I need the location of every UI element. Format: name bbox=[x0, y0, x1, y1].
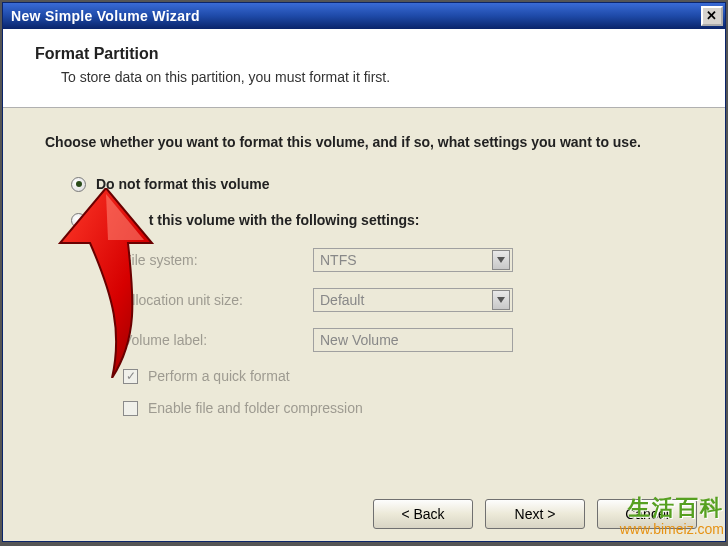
radio-icon bbox=[71, 177, 86, 192]
option-do-not-format[interactable]: Do not format this volume bbox=[71, 176, 683, 192]
option-label: Do not format this volume bbox=[96, 176, 269, 192]
filesystem-combo[interactable]: NTFS bbox=[313, 248, 513, 272]
window-title: New Simple Volume Wizard bbox=[11, 8, 200, 24]
page-subtitle: To store data on this partition, you mus… bbox=[61, 69, 693, 85]
wizard-window: New Simple Volume Wizard ✕ Format Partit… bbox=[2, 2, 726, 542]
quick-format-check[interactable]: ✓ Perform a quick format bbox=[123, 368, 683, 384]
allocation-row: Allocation unit size: Default bbox=[123, 288, 683, 312]
chevron-down-icon bbox=[492, 250, 510, 270]
back-button[interactable]: < Back bbox=[373, 499, 473, 529]
radio-icon bbox=[71, 213, 86, 228]
allocation-combo[interactable]: Default bbox=[313, 288, 513, 312]
format-settings: File system: NTFS Allocation unit size: … bbox=[123, 248, 683, 416]
filesystem-label: File system: bbox=[123, 252, 313, 268]
instruction-text: Choose whether you want to format this v… bbox=[45, 134, 683, 150]
checkbox-icon bbox=[123, 401, 138, 416]
close-button[interactable]: ✕ bbox=[701, 6, 723, 26]
wizard-header: Format Partition To store data on this p… bbox=[3, 29, 725, 108]
checkbox-icon: ✓ bbox=[123, 369, 138, 384]
compression-check[interactable]: Enable file and folder compression bbox=[123, 400, 683, 416]
next-button[interactable]: Next > bbox=[485, 499, 585, 529]
wizard-content: Choose whether you want to format this v… bbox=[3, 108, 725, 442]
allocation-label: Allocation unit size: bbox=[123, 292, 313, 308]
allocation-value: Default bbox=[320, 292, 364, 308]
page-title: Format Partition bbox=[35, 45, 693, 63]
option-format-with-settings[interactable]: Forma t this volume with the following s… bbox=[71, 212, 683, 228]
filesystem-value: NTFS bbox=[320, 252, 357, 268]
cancel-button[interactable]: Cancel bbox=[597, 499, 697, 529]
wizard-footer: < Back Next > Cancel bbox=[3, 499, 725, 529]
quick-format-label: Perform a quick format bbox=[148, 368, 290, 384]
titlebar[interactable]: New Simple Volume Wizard ✕ bbox=[3, 3, 725, 29]
volume-label-input[interactable]: New Volume bbox=[313, 328, 513, 352]
volume-label-value: New Volume bbox=[320, 332, 399, 348]
option-label-suffix: t this volume with the following setting… bbox=[149, 212, 420, 228]
compression-label: Enable file and folder compression bbox=[148, 400, 363, 416]
volume-label-row: Volume label: New Volume bbox=[123, 328, 683, 352]
filesystem-row: File system: NTFS bbox=[123, 248, 683, 272]
chevron-down-icon bbox=[492, 290, 510, 310]
volume-label-label: Volume label: bbox=[123, 332, 313, 348]
